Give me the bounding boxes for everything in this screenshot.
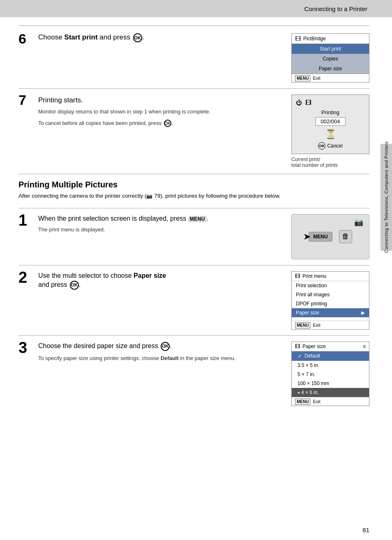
ok-circle-6: OK [133, 33, 142, 42]
step-7-row: 7 Printing starts. Monitor display retur… [18, 95, 283, 127]
step-6-content: Choose Start print and press OK. [35, 33, 283, 42]
menu-label-3: MENU [295, 399, 310, 405]
step-3-text-before: Choose the desired paper size and press [38, 342, 160, 349]
step-1-sub: The print menu is displayed. [38, 226, 283, 233]
section-intro-ref: 79 [154, 193, 160, 199]
menu-inline-1: MENU [188, 216, 207, 222]
step-1-text: When the print selection screen is displ… [38, 214, 283, 223]
step-3-sub-before: To specify paper size using printer sett… [38, 355, 161, 361]
power-icon: ⏻ [296, 99, 302, 106]
checkmark2-icon: ◂ [297, 390, 300, 395]
ok-small: OK [318, 142, 325, 150]
cancel-label: Cancel [327, 143, 342, 149]
section-ref-icon: 📷 [146, 193, 152, 199]
step-6-bold: Start print [64, 33, 97, 41]
step-2-text: Use the multi selector to choose Paper s… [38, 271, 283, 290]
hourglass-icon: ⏳ [296, 129, 365, 140]
print-menu-item-paper: Paper size ▶ [292, 308, 369, 317]
header-title: Connecting to a Printer [304, 5, 367, 12]
step-2-row: 2 Use the multi selector to choose Paper… [18, 271, 283, 290]
step-2-left: 2 Use the multi selector to choose Paper… [18, 271, 283, 330]
current-print-caption: Current print/total number of prints [291, 157, 369, 168]
print-menu-footer: MENU Exit [292, 321, 369, 329]
printing-label: Printing [296, 109, 365, 115]
pictbridge-icon: 🎞 [295, 35, 301, 42]
print-menu-spacer [292, 317, 369, 321]
step-1-text-main: When the print selection screen is displ… [38, 215, 188, 222]
step-1-number: 1 [18, 212, 35, 228]
section-intro-text: After connecting the camera to the print… [18, 193, 146, 199]
camera-arrow-icon: ➤ [303, 231, 311, 242]
step-6-row: 6 Choose Start print and press OK. [18, 33, 283, 46]
divider-steps-below [18, 208, 369, 208]
paper-size-35x5: 3.5 × 5 in. [292, 361, 369, 370]
page-header: Connecting to a Printer [0, 0, 392, 17]
print-menu-item-selection: Print selection [292, 281, 369, 290]
step-7-number: 7 [18, 93, 35, 107]
step-6-text-after: and press [98, 33, 132, 41]
step-3-sub: To specify paper size using printer sett… [38, 354, 283, 362]
divider-step7 [18, 88, 369, 89]
print-menu-item-dpof: DPOF printing [292, 299, 369, 308]
pictbridge-paper-size: Paper size [292, 64, 369, 74]
camera-ui: 📷 ➤ MENU 🗑 [291, 214, 369, 259]
arrow-icon: ▶ [361, 310, 365, 316]
menu-label-2: MENU [295, 322, 310, 328]
section-title: Printing Multiple Pictures [18, 180, 369, 189]
pictbridge-copies: Copies [292, 54, 369, 64]
print-menu-ui: 🎞 Print menu Print selection Print all i… [291, 271, 369, 330]
step-2-bold: Paper size [134, 272, 166, 279]
step-7-sub2: To cancel before all copies have been pr… [38, 119, 283, 127]
ok-circle-2: OK [70, 281, 79, 290]
side-tab-text: Connecting to Televisions, Computers and… [384, 141, 389, 253]
step-1-left: 1 When the print selection screen is dis… [18, 214, 283, 259]
paper-size-default: ✓ Default [292, 351, 369, 361]
step-7-area: 7 Printing starts. Monitor display retur… [18, 95, 369, 168]
step-3-content: Choose the desired paper size and press … [35, 342, 283, 362]
paper-size-header: 🎞 Paper size ≡ [292, 342, 369, 351]
step-6-text: Choose Start print and press OK. [38, 33, 144, 41]
step-6-text-before: Choose [38, 33, 64, 41]
divider-top [18, 25, 369, 26]
step-2-text-before: Use the multi selector to choose [38, 272, 134, 279]
step-6-area: 6 Choose Start print and press OK. 🎞 Pic… [18, 33, 369, 83]
side-tab: Connecting to Televisions, Computers and… [380, 144, 392, 251]
step-2-text-after: and press [38, 281, 69, 288]
trash-button: 🗑 [339, 230, 352, 243]
paper-size-4x6: ◂ 4 × 6 in. [292, 388, 369, 397]
paper-size-ui: 🎞 Paper size ≡ ✓ Default 3.5 × 5 in. 5 ×… [291, 342, 369, 406]
step-3-area: 3 Choose the desired paper size and pres… [18, 342, 369, 406]
step-3-row: 3 Choose the desired paper size and pres… [18, 342, 283, 362]
printing-cancel: OK Cancel [296, 142, 365, 150]
divider-section [18, 174, 369, 174]
pictbridge-header: 🎞 PictBridge [292, 34, 369, 44]
step-7-sub1: Monitor display returns to that shown in… [38, 108, 283, 116]
step-1-content: When the print selection screen is displ… [35, 214, 283, 233]
section-intro-end: ), print pictures by following the proce… [160, 193, 281, 199]
pictbridge-footer: MENU Exit [292, 74, 369, 82]
step-7-title: Printing starts. [38, 96, 283, 104]
step-3-image: 🎞 Paper size ≡ ✓ Default 3.5 × 5 in. 5 ×… [291, 342, 369, 406]
paper-size-title: Paper size [302, 344, 326, 349]
step-7-left: 7 Printing starts. Monitor display retur… [18, 95, 283, 168]
step-7-image: ⏻ 🎞 Printing 002/004 ⏳ OK Cancel Current… [291, 95, 369, 168]
step-2-content: Use the multi selector to choose Paper s… [35, 271, 283, 290]
pictbridge-start-print: Start print [292, 44, 369, 54]
camera-top-icon: 📷 [354, 218, 363, 227]
ok-circle-7: OK [164, 120, 171, 127]
print-menu-item-all: Print all images [292, 290, 369, 299]
main-content: 6 Choose Start print and press OK. 🎞 Pic… [0, 17, 392, 418]
pictbridge-title: PictBridge [303, 36, 326, 42]
step-3-sub-after: in the paper size menu. [179, 355, 236, 361]
divider-step3 [18, 335, 369, 336]
menu-button: MENU [309, 232, 332, 242]
step-2-number: 2 [18, 270, 35, 285]
paper-size-100x150: 100 × 150 mm [292, 379, 369, 388]
pictbridge-ui: 🎞 PictBridge Start print Copies Paper si… [291, 33, 369, 83]
print-menu-title: Print menu [302, 273, 326, 279]
divider-step2 [18, 265, 369, 265]
step-6-image: 🎞 PictBridge Start print Copies Paper si… [291, 33, 369, 83]
section-intro: After connecting the camera to the print… [18, 192, 369, 201]
step-3-text: Choose the desired paper size and press … [38, 342, 283, 351]
page-number: 81 [362, 526, 369, 533]
